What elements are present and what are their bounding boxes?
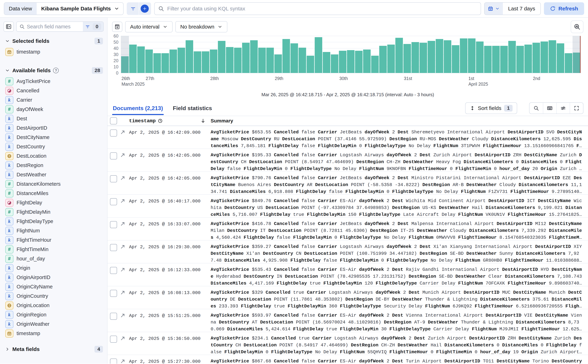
meta-fields-header[interactable]: Meta fields 4 bbox=[5, 346, 103, 352]
expand-row-icon[interactable] bbox=[120, 130, 125, 135]
row-checkbox[interactable] bbox=[110, 336, 117, 343]
meta-fields-count-badge: 4 bbox=[94, 346, 103, 352]
field-item-FlightNum[interactable]: kFlightNum bbox=[4, 226, 104, 235]
field-item-DestAirportID[interactable]: kDestAirportID bbox=[4, 123, 104, 133]
field-item-DestRegion[interactable]: kDestRegion bbox=[4, 161, 104, 170]
number-field-icon: # bbox=[5, 208, 13, 216]
time-range-value[interactable]: Last 7 days bbox=[503, 3, 540, 15]
expand-row-icon[interactable] bbox=[120, 199, 125, 203]
field-item-timestamp[interactable]: timestamp bbox=[4, 329, 104, 338]
svg-text:10: 10 bbox=[113, 64, 118, 69]
keyword-field-icon: k bbox=[5, 227, 13, 235]
row-checkbox[interactable] bbox=[110, 198, 117, 205]
row-checkbox[interactable] bbox=[110, 313, 117, 320]
row-checkbox[interactable] bbox=[110, 358, 117, 364]
refresh-button[interactable]: Refresh bbox=[544, 2, 584, 15]
quick-select-menu[interactable] bbox=[484, 3, 503, 15]
kql-query-input[interactable] bbox=[167, 6, 477, 12]
expand-row-icon[interactable] bbox=[120, 313, 125, 318]
field-item-OriginCountry[interactable]: kOriginCountry bbox=[4, 291, 104, 301]
timestamp-column-header[interactable]: timestamp bbox=[129, 118, 156, 124]
expand-row-icon[interactable] bbox=[120, 153, 125, 158]
hide-chart-button[interactable] bbox=[112, 22, 122, 32]
row-checkbox[interactable] bbox=[110, 267, 117, 274]
add-filter-button[interactable] bbox=[139, 3, 150, 14]
field-item-Origin[interactable]: kOrigin bbox=[4, 263, 104, 273]
field-item-Cancelled[interactable]: Cancelled bbox=[4, 86, 104, 95]
expand-row-icon[interactable] bbox=[120, 336, 125, 341]
row-timestamp: Apr 2, 2025 @ 16:33:07.000 bbox=[129, 220, 200, 227]
field-item-DestWeather[interactable]: kDestWeather bbox=[4, 170, 104, 179]
breakdown-label: No breakdown bbox=[180, 24, 214, 30]
row-checkbox[interactable] bbox=[110, 244, 117, 251]
field-item-DestCountry[interactable]: kDestCountry bbox=[4, 142, 104, 151]
keyboard-shortcuts-button[interactable] bbox=[543, 103, 556, 114]
field-search-control[interactable]: 0 bbox=[16, 21, 104, 32]
row-checkbox[interactable] bbox=[110, 221, 117, 228]
row-checkbox[interactable] bbox=[110, 152, 117, 159]
field-item-timestamp[interactable]: timestamp bbox=[4, 47, 104, 57]
field-item-DestCityName[interactable]: kDestCityName bbox=[4, 133, 104, 142]
field-item-DistanceMiles[interactable]: #DistanceMiles bbox=[4, 189, 104, 198]
sort-descending-icon[interactable] bbox=[200, 118, 206, 124]
field-item-Carrier[interactable]: kCarrier bbox=[4, 95, 104, 105]
field-item-FlightTimeHour[interactable]: kFlightTimeHour bbox=[4, 235, 104, 245]
field-filter-icon[interactable] bbox=[85, 24, 90, 29]
collapse-sidebar-button[interactable] bbox=[4, 21, 14, 32]
field-item-FlightTimeMin[interactable]: #FlightTimeMin bbox=[4, 245, 104, 254]
interval-selector[interactable]: Auto interval bbox=[125, 21, 173, 32]
expand-row-icon[interactable] bbox=[120, 267, 125, 272]
breakdown-selector[interactable]: No breakdown bbox=[175, 21, 227, 32]
field-item-hour_of_day[interactable]: #hour_of_day bbox=[4, 254, 104, 263]
available-fields-header[interactable]: Available fields ? 28 bbox=[5, 67, 103, 74]
row-timestamp: Apr 2, 2025 @ 16:40:17.000 bbox=[129, 197, 200, 204]
field-item-DistanceKilometers[interactable]: #DistanceKilometers bbox=[4, 179, 104, 189]
field-item-DestLocation[interactable]: DestLocation bbox=[4, 151, 104, 161]
field-item-OriginAirportID[interactable]: kOriginAirportID bbox=[4, 273, 104, 282]
expand-row-icon[interactable] bbox=[120, 176, 125, 181]
svg-text:29th: 29th bbox=[275, 76, 283, 81]
expand-row-icon[interactable] bbox=[120, 290, 125, 295]
field-item-OriginCityName[interactable]: kOriginCityName bbox=[4, 282, 104, 291]
expand-row-icon[interactable] bbox=[120, 244, 125, 249]
field-search-input[interactable] bbox=[26, 24, 83, 30]
field-item-OriginRegion[interactable]: kOriginRegion bbox=[4, 310, 104, 319]
display-options-button[interactable] bbox=[556, 103, 570, 114]
keyword-field-icon: k bbox=[5, 115, 13, 123]
row-checkbox[interactable] bbox=[110, 290, 117, 297]
search-in-table-button[interactable] bbox=[529, 103, 543, 114]
field-item-FlightDelayMin[interactable]: #FlightDelayMin bbox=[4, 207, 104, 217]
fields-sidebar: 0 Selected fields 1 timestamp Available … bbox=[0, 18, 108, 364]
filter-menu-button[interactable] bbox=[127, 3, 139, 14]
expand-row-icon[interactable] bbox=[120, 221, 125, 226]
field-item-FlightDelayType[interactable]: kFlightDelayType bbox=[4, 217, 104, 226]
field-item-OriginLocation[interactable]: OriginLocation bbox=[4, 301, 104, 310]
keyword-field-icon: k bbox=[5, 311, 13, 319]
tab-field-statistics[interactable]: Field statistics bbox=[172, 102, 213, 115]
help-icon[interactable]: ? bbox=[53, 68, 59, 73]
select-all-checkbox[interactable] bbox=[110, 117, 117, 124]
sort-fields-button[interactable]: Sort fields 1 bbox=[465, 102, 517, 114]
keyword-field-icon: k bbox=[5, 124, 13, 132]
field-item-FlightDelay[interactable]: FlightDelay bbox=[4, 198, 104, 207]
data-view-picker[interactable]: Data view Kibana Sample Data Flights bbox=[4, 2, 124, 15]
histogram-chart[interactable]: 010203040506026thMarch 202527th28th29th3… bbox=[108, 34, 588, 90]
edit-visualization-button[interactable] bbox=[571, 20, 583, 33]
fullscreen-button[interactable] bbox=[570, 103, 583, 114]
results-tabs: Documents (2,213) Field statistics Sort … bbox=[108, 101, 588, 116]
row-checkbox[interactable] bbox=[110, 130, 117, 136]
field-filter-count-badge: 0 bbox=[93, 23, 101, 30]
expand-row-icon[interactable] bbox=[120, 359, 125, 364]
field-item-dayOfWeek[interactable]: #dayOfWeek bbox=[4, 105, 104, 114]
field-item-AvgTicketPrice[interactable]: #AvgTicketPrice bbox=[4, 77, 104, 86]
field-item-OriginWeather[interactable]: kOriginWeather bbox=[4, 319, 104, 329]
row-checkbox[interactable] bbox=[110, 175, 117, 182]
summary-column-header[interactable]: Summary bbox=[211, 118, 588, 124]
field-name: DestCountry bbox=[17, 144, 45, 150]
field-item-Dest[interactable]: kDest bbox=[4, 114, 104, 123]
svg-text:March 2025: March 2025 bbox=[122, 82, 145, 86]
selected-fields-header[interactable]: Selected fields 1 bbox=[5, 38, 103, 44]
tab-documents[interactable]: Documents (2,213) bbox=[112, 102, 164, 115]
date-range-picker[interactable]: Last 7 days bbox=[484, 2, 541, 15]
kql-search-bar[interactable] bbox=[154, 2, 481, 15]
